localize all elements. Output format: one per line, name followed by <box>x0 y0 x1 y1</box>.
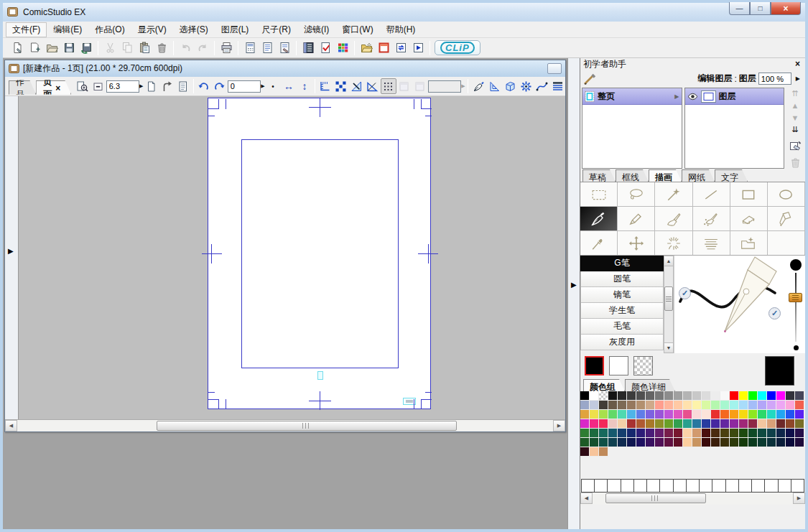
slider-handle[interactable] <box>789 293 802 302</box>
palette-swatch[interactable] <box>608 410 618 419</box>
page-turn-button[interactable] <box>159 78 175 94</box>
palette-swatch[interactable] <box>702 410 711 419</box>
zoom-out-button[interactable] <box>90 78 106 94</box>
palette-swatch[interactable] <box>776 410 786 419</box>
palette-swatch[interactable] <box>627 391 636 401</box>
document-titlebar[interactable]: [新建作品 - 1页] (21.00 * 29.70cm 600dpi) <box>5 60 565 77</box>
ruler-pen-button[interactable] <box>349 78 365 94</box>
rotation-input[interactable] <box>228 80 261 93</box>
menu-filter[interactable]: 滤镜(I) <box>297 22 335 37</box>
palette-swatch[interactable] <box>655 391 664 401</box>
expand-arrow-icon[interactable]: ▶ <box>674 93 679 100</box>
empty-swatch-cell[interactable] <box>647 479 660 493</box>
empty-swatch-cell[interactable] <box>608 479 621 493</box>
empty-swatch-cell[interactable] <box>712 479 725 493</box>
expand-left-panel-arrow[interactable]: ▶ <box>8 247 14 255</box>
tool-tone[interactable] <box>730 231 768 256</box>
delete-layer-button[interactable] <box>787 157 803 169</box>
tab-close-icon[interactable]: × <box>55 83 60 93</box>
palette-swatch[interactable] <box>618 410 627 419</box>
menu-edit[interactable]: 编辑(E) <box>47 22 88 37</box>
palette-swatch[interactable] <box>636 419 646 429</box>
pen-scroll-thumb[interactable] <box>664 286 673 311</box>
pen-item[interactable]: 学生笔 <box>580 303 664 319</box>
empty-swatch-cell[interactable] <box>739 479 752 493</box>
rotate-cw-button[interactable] <box>212 78 228 94</box>
cut-button[interactable] <box>101 39 119 56</box>
layer-list[interactable]: 图层 <box>684 88 785 169</box>
palette-swatch[interactable] <box>674 410 683 419</box>
palette-swatch[interactable] <box>646 391 655 401</box>
palette-swatch[interactable] <box>711 410 720 419</box>
page-memo-button[interactable] <box>175 78 191 94</box>
scroll-left-button[interactable]: ◀ <box>5 420 17 431</box>
palette-swatch[interactable] <box>758 419 767 429</box>
expand-right-panel-arrow[interactable]: ▶ <box>571 281 577 289</box>
palette-swatch[interactable] <box>748 410 758 419</box>
palette-swatch[interactable] <box>636 410 646 419</box>
palette-swatch[interactable] <box>646 438 655 447</box>
palette-swatch[interactable] <box>702 419 711 429</box>
window-sync-button[interactable] <box>392 39 409 56</box>
palette-swatch[interactable] <box>758 410 767 419</box>
palette-swatch[interactable] <box>767 419 776 429</box>
palette-swatch[interactable] <box>664 438 674 447</box>
palette-swatch[interactable] <box>730 401 739 410</box>
tab-text[interactable]: 文字 <box>715 169 748 182</box>
right-collapse-strip[interactable]: ▶ <box>567 58 580 529</box>
palette-swatch[interactable] <box>674 438 683 447</box>
palette-swatch[interactable] <box>767 438 776 447</box>
palette-swatch[interactable] <box>692 438 702 447</box>
palette-swatch[interactable] <box>795 410 804 419</box>
palette-swatch[interactable] <box>618 419 627 429</box>
palette-swatch[interactable] <box>608 401 618 410</box>
palette-swatch[interactable] <box>674 429 683 438</box>
palette-swatch[interactable] <box>627 438 636 447</box>
palette-swatch[interactable] <box>590 438 599 447</box>
palette-swatch[interactable] <box>711 391 720 401</box>
tool-lasso[interactable] <box>618 182 655 207</box>
palette-swatch[interactable] <box>646 419 655 429</box>
palette-swatch[interactable] <box>786 401 795 410</box>
tool-line[interactable] <box>693 182 730 207</box>
document-minimize-button[interactable] <box>547 63 562 74</box>
palette-swatch[interactable] <box>739 429 748 438</box>
palette-swatch[interactable] <box>730 429 739 438</box>
tool-speed-lines[interactable] <box>693 231 730 256</box>
correction-check-toggle[interactable]: ✓ <box>768 307 781 319</box>
palette-swatch[interactable] <box>776 419 786 429</box>
symmetry-ruler-button[interactable] <box>518 78 534 94</box>
palette-swatch[interactable] <box>655 438 664 447</box>
tool-burst[interactable] <box>655 231 692 256</box>
palette-swatch[interactable] <box>580 447 590 457</box>
palette-swatch[interactable] <box>590 401 599 410</box>
color-settings-button[interactable] <box>334 39 351 56</box>
palette-swatch[interactable] <box>580 410 590 419</box>
empty-swatch-cell[interactable] <box>726 479 739 493</box>
palette-swatch[interactable] <box>720 410 730 419</box>
palette-swatch[interactable] <box>636 438 646 447</box>
move-down-button[interactable]: ▼ <box>787 112 803 124</box>
delete-button[interactable] <box>153 39 170 56</box>
tab-color-detail[interactable]: 颜色详细 <box>625 379 675 391</box>
palette-swatch[interactable] <box>655 401 664 410</box>
open-button[interactable] <box>43 39 60 56</box>
batch-process-button[interactable] <box>276 39 293 56</box>
frame-view-button[interactable] <box>412 78 428 94</box>
palette-swatch[interactable] <box>711 438 720 447</box>
window-palette-button[interactable] <box>375 39 392 56</box>
palette-swatch[interactable] <box>618 429 627 438</box>
new-page-button-doc[interactable] <box>144 78 159 94</box>
pen-item[interactable]: 灰度用 <box>580 335 664 350</box>
palette-swatch[interactable] <box>627 419 636 429</box>
palette-swatch[interactable] <box>627 401 636 410</box>
palette-swatch[interactable] <box>683 391 692 401</box>
palette-swatch[interactable] <box>748 438 758 447</box>
palette-scroll-right-button[interactable]: ▶ <box>793 493 805 504</box>
palette-swatch[interactable] <box>692 419 702 429</box>
new-work-button[interactable] <box>26 39 43 56</box>
layer-list-item[interactable]: 图层 <box>685 88 784 105</box>
tab-drawing[interactable]: 描画 <box>649 169 682 182</box>
new-layer-button[interactable] <box>787 140 803 152</box>
palette-swatch[interactable] <box>786 419 795 429</box>
